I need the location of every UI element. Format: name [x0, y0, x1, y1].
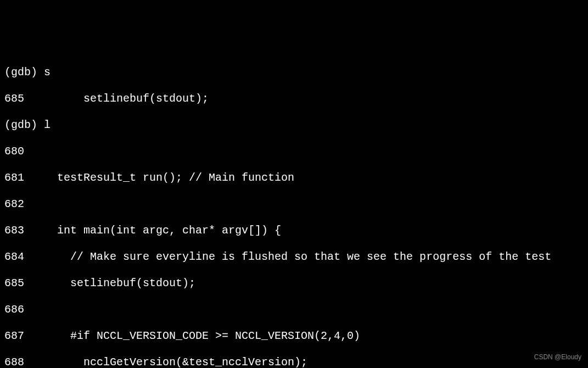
- terminal-line: 683 int main(int argc, char* argv[]) {: [4, 224, 584, 237]
- terminal-line: (gdb) s: [4, 66, 584, 79]
- terminal-output[interactable]: (gdb) s 685 setlinebuf(stdout); (gdb) l …: [4, 53, 584, 368]
- terminal-line: 686: [4, 303, 584, 316]
- terminal-line: 681 testResult_t run(); // Main function: [4, 171, 584, 185]
- terminal-line: 682: [4, 198, 584, 211]
- terminal-line: 684 // Make sure everyline is flushed so…: [4, 250, 584, 264]
- watermark-text: CSDN @Eloudy: [534, 350, 581, 364]
- terminal-line: 685 setlinebuf(stdout);: [4, 92, 584, 105]
- terminal-line: 680: [4, 145, 584, 158]
- terminal-line: 685 setlinebuf(stdout);: [4, 277, 584, 290]
- terminal-line: 687 #if NCCL_VERSION_CODE >= NCCL_VERSIO…: [4, 330, 584, 343]
- terminal-line: (gdb) l: [4, 119, 584, 132]
- terminal-line: 688 ncclGetVersion(&test_ncclVersion);: [4, 356, 584, 368]
